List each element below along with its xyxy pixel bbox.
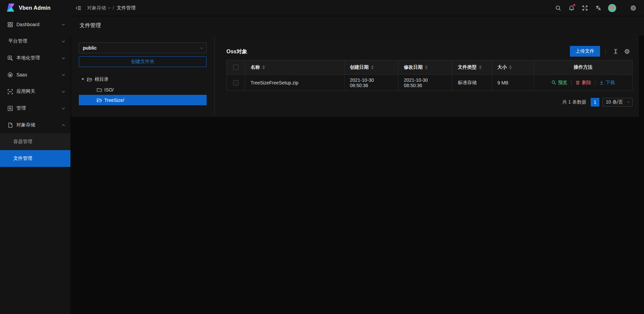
preview-action[interactable]: 预览 bbox=[551, 80, 568, 86]
sidebar-item-platform[interactable]: 平台管理 bbox=[0, 33, 70, 50]
settings-gear-icon bbox=[630, 5, 636, 11]
sidebar-item-object-storage[interactable]: 对象存储 bbox=[0, 117, 70, 133]
sliders-box-icon bbox=[7, 106, 13, 111]
trash-icon bbox=[575, 80, 580, 85]
sort-carets-icon[interactable] bbox=[262, 65, 265, 69]
cell-modified: 2021-10-30 08:50:36 bbox=[398, 75, 452, 90]
chevron-down-icon bbox=[627, 101, 630, 103]
sidebar-item-gateway[interactable]: 应用网关 bbox=[0, 83, 70, 100]
breadcrumb: 对象存储 / 文件管理 bbox=[87, 5, 136, 11]
sidebar-item-saas[interactable]: Saas bbox=[0, 66, 70, 83]
select-all-cell bbox=[227, 60, 245, 74]
page-1-button[interactable]: 1 bbox=[591, 98, 599, 107]
row-checkbox[interactable] bbox=[233, 80, 238, 85]
settings-button[interactable] bbox=[627, 0, 640, 16]
oss-toolbar: 上传文件 bbox=[570, 46, 633, 57]
select-all-checkbox[interactable] bbox=[233, 65, 238, 70]
chevron-down-icon bbox=[62, 89, 65, 92]
translate-icon bbox=[595, 5, 601, 11]
breadcrumb-parent[interactable]: 对象存储 bbox=[87, 5, 110, 11]
sidebar-item-label: 容器管理 bbox=[13, 139, 32, 145]
upload-file-button[interactable]: 上传文件 bbox=[570, 46, 600, 57]
upload-file-label: 上传文件 bbox=[576, 48, 594, 54]
chevron-down-icon bbox=[62, 39, 65, 42]
app-title: Vben Admin bbox=[19, 5, 51, 11]
sidebar-item-label: 文件管理 bbox=[13, 155, 32, 162]
column-label: 创建日期 bbox=[350, 64, 369, 70]
menu-fold-button[interactable] bbox=[70, 0, 87, 16]
localization-icon bbox=[7, 55, 13, 61]
folder-tree: 根目录 ISO/ TreeSize/ bbox=[79, 74, 207, 105]
language-button[interactable] bbox=[592, 0, 605, 16]
breadcrumb-current: 文件管理 bbox=[117, 5, 136, 11]
tree-item-label: 根目录 bbox=[95, 76, 109, 82]
column-header-size[interactable]: 大小 bbox=[492, 60, 534, 74]
sort-carets-icon[interactable] bbox=[371, 65, 374, 69]
caret-down-icon bbox=[82, 78, 84, 80]
column-header-modified[interactable]: 修改日期 bbox=[398, 60, 452, 74]
column-settings-button[interactable] bbox=[621, 46, 633, 57]
topbar: 对象存储 / 文件管理 bbox=[70, 0, 644, 16]
saas-globe-icon bbox=[7, 72, 13, 78]
sidebar-item-manage[interactable]: 管理 bbox=[0, 100, 70, 117]
download-icon bbox=[599, 80, 604, 85]
breadcrumb-parent-label: 对象存储 bbox=[87, 5, 106, 11]
content-card: public 创建文件夹 根目录 ISO/ bbox=[71, 36, 639, 117]
notifications-button[interactable] bbox=[565, 0, 578, 16]
column-label: 修改日期 bbox=[404, 64, 423, 70]
bucket-select[interactable]: public bbox=[79, 43, 207, 53]
chevron-down-icon bbox=[200, 46, 203, 49]
user-avatar[interactable] bbox=[608, 4, 616, 12]
download-action[interactable]: 下载 bbox=[599, 80, 615, 86]
folder-icon bbox=[97, 87, 102, 92]
sidebar-item-label: Saas bbox=[16, 72, 62, 77]
column-header-actions: 操作方法 bbox=[534, 60, 632, 74]
page-size-select[interactable]: 10 条/页 bbox=[602, 98, 633, 107]
pagination-total: 共 1 条数据 bbox=[562, 99, 586, 105]
column-header-name[interactable]: 名称 bbox=[245, 60, 344, 74]
preview-magnifier-icon bbox=[551, 80, 556, 85]
sidebar-item-container-manage[interactable]: 容器管理 bbox=[0, 133, 70, 150]
table-row[interactable]: TreeSizeFreeSetup.zip 2021-10-30 08:50:3… bbox=[227, 75, 632, 90]
menu-fold-icon bbox=[75, 5, 82, 11]
action-label: 预览 bbox=[558, 80, 568, 86]
sidebar-item-label: Dashboard bbox=[16, 22, 62, 27]
row-height-button[interactable] bbox=[610, 46, 621, 57]
sidebar-item-localization[interactable]: 本地化管理 bbox=[0, 50, 70, 66]
sidebar-item-dashboard[interactable]: Dashboard bbox=[0, 16, 70, 33]
page-size-value: 10 条/页 bbox=[606, 99, 628, 105]
chevron-down-icon bbox=[62, 106, 65, 109]
tree-item-label: TreeSize/ bbox=[104, 98, 124, 103]
table-header-row: 名称 创建日期 修改日期 文件类型 大小 bbox=[227, 60, 632, 75]
sidebar: Vben Admin Dashboard 平台管理 本地化管理 bbox=[0, 0, 70, 314]
tree-expander[interactable] bbox=[79, 78, 87, 80]
dashboard-grid-icon bbox=[7, 22, 13, 27]
fullscreen-button[interactable] bbox=[578, 0, 592, 16]
page-header: 文件管理 bbox=[70, 16, 644, 35]
column-label: 操作方法 bbox=[574, 64, 593, 70]
bucket-panel: public 创建文件夹 根目录 ISO/ bbox=[71, 36, 215, 117]
sort-carets-icon[interactable] bbox=[479, 65, 482, 69]
search-button[interactable] bbox=[551, 0, 565, 16]
cell-name: TreeSizeFreeSetup.zip bbox=[245, 75, 344, 90]
tree-item-treesize[interactable]: TreeSize/ bbox=[79, 95, 207, 105]
column-label: 名称 bbox=[251, 64, 260, 70]
app-logo[interactable]: Vben Admin bbox=[0, 0, 70, 16]
oss-table: 名称 创建日期 修改日期 文件类型 大小 bbox=[226, 60, 633, 91]
delete-action[interactable]: 删除 bbox=[575, 80, 591, 86]
sidebar-item-label: 本地化管理 bbox=[16, 55, 62, 61]
cell-created: 2021-10-30 08:50:36 bbox=[344, 75, 398, 90]
bucket-select-value: public bbox=[83, 45, 201, 51]
sort-carets-icon[interactable] bbox=[425, 65, 428, 69]
pagination: 共 1 条数据 1 10 条/页 bbox=[562, 98, 633, 107]
column-header-created[interactable]: 创建日期 bbox=[344, 60, 398, 74]
sidebar-item-file-manage[interactable]: 文件管理 bbox=[0, 150, 70, 167]
sort-carets-icon[interactable] bbox=[509, 65, 512, 69]
oss-section-title: Oss对象 bbox=[226, 48, 247, 55]
column-header-filetype[interactable]: 文件类型 bbox=[452, 60, 492, 74]
action-label: 删除 bbox=[582, 80, 591, 86]
tree-item-iso[interactable]: ISO/ bbox=[79, 84, 207, 95]
vben-logo-icon bbox=[5, 3, 15, 13]
create-folder-button[interactable]: 创建文件夹 bbox=[79, 56, 207, 67]
tree-item-root[interactable]: 根目录 bbox=[79, 74, 207, 84]
